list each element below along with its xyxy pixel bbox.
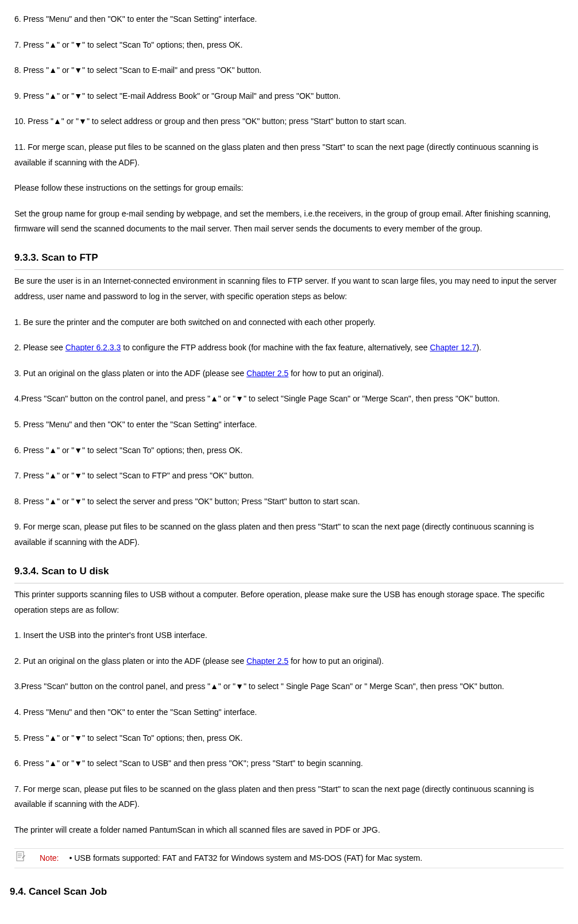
- sec934-step-1: 1. Insert the USB into the printer's fro…: [14, 628, 564, 643]
- sec933-step-9: 9. For merge scan, please put files to b…: [14, 519, 564, 550]
- link-chapter-6233[interactable]: Chapter 6.2.3.3: [65, 343, 121, 352]
- link-chapter-25[interactable]: Chapter 2.5: [246, 369, 288, 378]
- sec933-step-8: 8. Press "▲" or "▼" to select the server…: [14, 494, 564, 509]
- link-chapter-25[interactable]: Chapter 2.5: [246, 656, 288, 666]
- sec934-step-4: 4. Press "Menu" and then "OK" to enter t…: [14, 705, 564, 720]
- step-8: 8. Press "▲" or "▼" to select "Scan to E…: [14, 63, 564, 78]
- sec934-step-2: 2. Put an original on the glass platen o…: [14, 654, 564, 669]
- step-6: 6. Press "Menu" and then "OK" to enter t…: [14, 11, 564, 27]
- group-email-intro: Please follow these instructions on the …: [14, 180, 564, 196]
- sec934-intro: This printer supports scanning files to …: [14, 587, 564, 617]
- sec934-outro: The printer will create a folder named P…: [14, 822, 564, 838]
- text: ).: [476, 343, 481, 352]
- section-934-heading: 9.3.4. Scan to U disk: [14, 564, 564, 584]
- section-933-heading: 9.3.3. Scan to FTP: [14, 250, 564, 270]
- sec933-step-6: 6. Press "▲" or "▼" to select "Scan To" …: [14, 443, 564, 458]
- text: 2. Put an original on the glass platen o…: [14, 656, 246, 666]
- text: to configure the FTP address book (for m…: [121, 343, 430, 352]
- sec934-step-3: 3.Press "Scan" button on the control pan…: [14, 679, 564, 694]
- text: 2. Please see: [14, 343, 65, 352]
- sec934-step-7: 7. For merge scan, please put files to b…: [14, 782, 564, 812]
- sec934-step-5: 5. Press "▲" or "▼" to select "Scan To" …: [14, 730, 564, 746]
- sec933-step-5: 5. Press "Menu" and then "OK" to enter t…: [14, 417, 564, 432]
- step-10: 10. Press "▲" or "▼" to select address o…: [14, 114, 564, 129]
- text: 3. Put an original on the glass platen o…: [14, 369, 246, 378]
- sec934-step-6: 6. Press "▲" or "▼" to select "Scan to U…: [14, 756, 564, 771]
- text: for how to put an original).: [288, 369, 384, 378]
- sec933-step-3: 3. Put an original on the glass platen o…: [14, 366, 564, 381]
- sec933-intro: Be sure the user is in an Internet-conne…: [14, 273, 564, 304]
- note-icon: [14, 851, 27, 865]
- note-text: • USB formats supported: FAT and FAT32 f…: [69, 852, 422, 864]
- note-box: Note: • USB formats supported: FAT and F…: [14, 848, 564, 868]
- sec933-step-4: 4.Press "Scan" button on the control pan…: [14, 391, 564, 407]
- step-9: 9. Press "▲" or "▼" to select "E-mail Ad…: [14, 88, 564, 104]
- text: for how to put an original).: [288, 656, 384, 666]
- group-email-desc: Set the group name for group e-mail send…: [14, 206, 564, 237]
- link-chapter-127[interactable]: Chapter 12.7: [430, 343, 476, 352]
- sec933-step-1: 1. Be sure the printer and the computer …: [14, 315, 564, 330]
- step-7: 7. Press "▲" or "▼" to select "Scan To" …: [14, 37, 564, 53]
- note-label: Note:: [27, 852, 69, 864]
- section-94-heading: 9.4. Cancel Scan Job: [10, 884, 564, 904]
- step-11: 11. For merge scan, please put files to …: [14, 140, 564, 170]
- svg-rect-0: [17, 852, 24, 861]
- sec933-step-7: 7. Press "▲" or "▼" to select "Scan to F…: [14, 468, 564, 484]
- sec933-step-2: 2. Please see Chapter 6.2.3.3 to configu…: [14, 340, 564, 355]
